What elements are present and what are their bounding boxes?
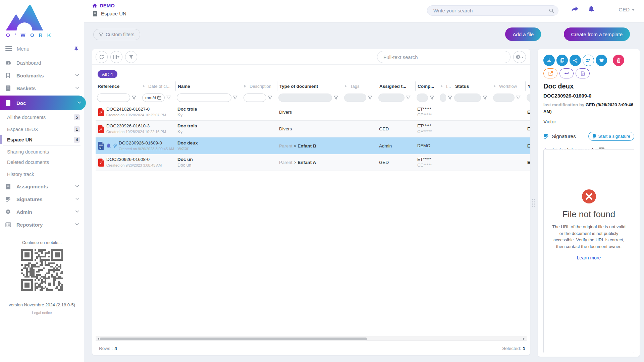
document-author: Victor [543,119,634,124]
sidebar-item-signatures[interactable]: Signatures [0,193,84,205]
sidebar-item-repository[interactable]: Repository [0,218,84,231]
calendar-icon [157,96,161,100]
column-header-reference[interactable]: Reference [96,81,141,91]
download-button[interactable] [543,55,555,66]
selected-count: Selected:1 [502,346,525,351]
columns-button[interactable] [110,51,122,63]
error-title: File not found [548,209,630,220]
filter-funnel-icon[interactable] [516,96,521,100]
row-name: Doc un [177,157,193,163]
panel-resize-handle[interactable] [532,198,535,207]
custom-filters-button[interactable]: Custom filters [93,29,140,40]
table-footer: Rows :4 Selected:1 [99,346,525,351]
sidebar-item-assignments[interactable]: Assignments [0,180,84,193]
signature-icon [543,133,549,139]
horizontal-scrollbar[interactable] [96,337,527,341]
column-header-name[interactable]: Name [175,81,242,91]
filter-funnel-icon[interactable] [406,96,411,100]
duplicate-button[interactable] [556,55,568,66]
column-header-y[interactable]: Y... [525,81,530,91]
row-company: ET*****CE***** [415,121,439,137]
user-menu[interactable]: GED [619,7,635,12]
app-name: DEMO [100,3,115,8]
home-icon [92,3,97,8]
count-badge: 5 [74,114,80,120]
share-button[interactable] [570,55,581,66]
table-toolbar [92,49,530,65]
sidebar-item-doc[interactable]: Doc [0,96,86,110]
filter-funnel-icon[interactable] [334,96,338,100]
filter-funnel-icon[interactable] [448,96,452,100]
start-signature-button[interactable]: Start a signature [588,132,634,141]
bell-icon [106,143,111,148]
global-search-input[interactable] [433,7,549,14]
sidebar-item-bookmarks[interactable]: Bookmarks [0,69,84,82]
open-external-button[interactable] [543,68,557,78]
pin-icon[interactable] [74,47,78,51]
favorite-heart-button[interactable] [596,55,607,66]
table-row[interactable]: DOC241028-01627-0Created on 10/28/2024 1… [96,104,530,121]
filter-input-reference[interactable] [97,94,130,102]
scrollbar-thumb[interactable] [100,338,367,340]
filter-funnel-icon[interactable] [483,96,487,100]
column-header-i[interactable]: I... [439,81,453,91]
sidebar-subitem[interactable]: Deleted documents [0,157,84,167]
sidebar-item-dashboard[interactable]: Dashboard [0,56,84,69]
sidebar-subitem[interactable]: All the documents5 [0,112,84,122]
filter-input-tags [344,94,366,102]
sidebar-subitem[interactable]: Sharing documents [0,146,84,157]
filter-funnel-icon[interactable] [268,96,272,100]
column-header-company[interactable]: Comp... [415,81,439,91]
scope-pill[interactable]: All : 4 [98,70,117,78]
scroll-right-icon[interactable] [523,338,526,340]
column-header-assigned-to[interactable]: Assigned t... [377,81,415,91]
filter-funnel-icon[interactable] [430,96,434,100]
sidebar-subitem[interactable]: Espace DEUX1 [0,124,84,134]
filter-input-name[interactable] [177,94,231,102]
sidebar-item-baskets[interactable]: Baskets [0,82,84,95]
create-from-template-button[interactable]: Create from a template [564,27,630,41]
breadcrumb-app[interactable]: DEMO [92,3,126,8]
sidebar-item-admin[interactable]: Admin [0,205,84,218]
column-header-date-of-creation[interactable]: Date of cr... [141,81,175,91]
fulltext-search-input[interactable] [383,54,505,60]
divider [3,168,80,168]
filter-funnel-icon[interactable] [368,96,372,100]
hamburger-icon[interactable] [5,46,12,51]
column-header-workflow[interactable]: Workflow [492,81,525,91]
return-button[interactable] [559,68,574,78]
table-row[interactable]: DOC230926-01610-3Created on 10/28/2024 1… [96,121,530,137]
refresh-button[interactable] [96,51,108,63]
sidebar-subitem[interactable]: Espace UN4 [0,134,84,145]
notifications-bell-icon[interactable] [588,5,594,12]
column-header-description[interactable]: Description [242,81,277,91]
scroll-left-icon[interactable] [96,338,99,340]
column-header-type-of-document[interactable]: Type of document [277,81,343,91]
file-preview: File not found The URL of the original f… [543,149,634,353]
filter-input-date[interactable]: mm/d [142,94,165,102]
add-file-button[interactable]: Add a file [505,27,541,41]
table-row[interactable]: DOC230926-01608-0Created on 9/26/2023 3:… [96,154,530,171]
filter-button[interactable] [125,51,137,63]
document-page-button[interactable] [576,68,590,78]
table-settings-button[interactable] [513,51,526,63]
share-forward-icon[interactable] [571,6,579,12]
search-icon[interactable] [549,8,554,13]
filter-funnel-icon[interactable] [166,96,171,100]
filter-input-assigned-to [378,94,405,102]
legal-notice-link[interactable]: Legal notice [0,311,84,315]
delete-trash-button[interactable] [613,55,624,66]
column-header-status[interactable]: Status [453,81,492,91]
breadcrumb-space[interactable]: Espace UN [92,11,126,16]
row-type: Parent > Enfant A [277,154,343,171]
filter-input-description[interactable] [244,94,266,102]
filter-funnel-icon[interactable] [132,96,136,100]
table-row[interactable]: wDOC230926-01609-0Created on 9/26/2023 3… [96,137,530,154]
sidebar-subitem[interactable]: History track [0,169,84,179]
learn-more-link[interactable]: Learn more [577,255,601,260]
column-header-tags[interactable]: Tags [343,81,377,91]
filter-funnel-icon[interactable] [233,96,237,100]
row-company: DEMO [415,137,439,154]
users-access-button[interactable] [583,55,594,66]
logo-wordmark: O ' W O R K [5,32,53,38]
